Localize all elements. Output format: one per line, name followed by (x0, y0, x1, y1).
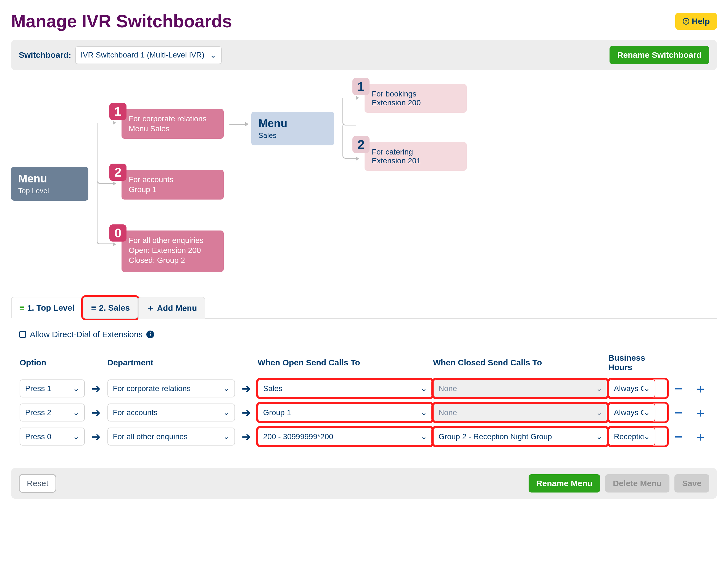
table-row: Press 1⌄➔For corporate relations⌄➔Sales⌄… (19, 379, 711, 398)
open-dest-select[interactable]: Sales⌄ (258, 379, 433, 397)
chevron-down-icon: ⌄ (643, 408, 650, 417)
menu-sales-subtitle: Sales (259, 131, 327, 140)
options-table: Option Department When Open Send Calls T… (19, 347, 711, 451)
arrow-right-icon: ➔ (242, 382, 251, 395)
option-node-0[interactable]: 0 For all other enquiries Open: Extensio… (122, 230, 224, 272)
direct-dial-checkbox[interactable] (19, 331, 26, 338)
option-2-line2: Group 1 (129, 185, 216, 194)
add-menu-label: Add Menu (157, 304, 197, 313)
option-badge-0: 0 (109, 224, 127, 242)
th-department: Department (107, 353, 236, 374)
chevron-down-icon: ⌄ (73, 408, 79, 417)
sales-badge-1: 1 (352, 78, 370, 95)
chevron-down-icon: ⌄ (223, 408, 230, 417)
th-closed: When Closed Send Calls To (433, 353, 608, 374)
rename-switchboard-button[interactable]: Rename Switchboard (609, 46, 709, 64)
chevron-down-icon: ⌄ (421, 408, 427, 417)
remove-row-button[interactable]: − (675, 429, 683, 444)
option-0-line1: For all other enquiries (129, 236, 216, 245)
chevron-down-icon: ⌄ (73, 384, 79, 393)
add-menu-button[interactable]: ＋ Add Menu (138, 297, 205, 319)
chevron-down-icon: ⌄ (596, 384, 602, 393)
chevron-down-icon: ⌄ (223, 432, 230, 441)
sales-option-2[interactable]: 2 For catering Extension 201 (365, 142, 467, 171)
chevron-down-icon: ⌄ (421, 384, 427, 393)
open-dest-select[interactable]: Group 1⌄ (258, 404, 433, 422)
add-row-button[interactable]: ＋ (694, 406, 707, 419)
sales-opt1-line2: Extension 200 (372, 98, 460, 107)
table-row: Press 0⌄➔For all other enquiries⌄➔200 - … (19, 427, 711, 446)
chevron-down-icon: ⌄ (596, 408, 602, 417)
department-select[interactable]: For all other enquiries⌄ (108, 428, 235, 446)
switchboard-select[interactable]: IVR Switchboard 1 (Multi-Level IVR) ⌄ (75, 46, 222, 64)
menu-root-title: Menu (18, 173, 81, 185)
svg-text:?: ? (685, 19, 687, 23)
chevron-down-icon: ⌄ (223, 384, 230, 393)
chevron-down-icon: ⌄ (73, 432, 79, 441)
tab-sales[interactable]: ≡ 2. Sales (83, 297, 138, 319)
switchboard-bar: Switchboard: IVR Switchboard 1 (Multi-Le… (11, 40, 717, 70)
chevron-down-icon: ⌄ (643, 384, 650, 393)
chevron-down-icon: ⌄ (643, 432, 650, 441)
table-row: Press 2⌄➔For accounts⌄➔Group 1⌄None⌄Alwa… (19, 403, 711, 422)
menu-root-node[interactable]: Menu Top Level (11, 167, 89, 201)
arrow-right-icon: ➔ (242, 431, 251, 443)
sales-opt2-line2: Extension 201 (372, 156, 460, 165)
help-button[interactable]: ? Help (675, 13, 717, 30)
option-2-line1: For accounts (129, 175, 216, 184)
rename-menu-button[interactable]: Rename Menu (529, 474, 600, 492)
option-node-1[interactable]: 1 For corporate relations Menu Sales (122, 109, 224, 139)
switchboard-selected: IVR Switchboard 1 (Multi-Level IVR) (81, 50, 204, 60)
arrow-right-icon: ➔ (92, 431, 101, 443)
tab-sales-label: 2. Sales (99, 303, 130, 313)
closed-dest-select[interactable]: None⌄ (433, 404, 608, 422)
sales-option-1[interactable]: 1 For bookings Extension 200 (365, 84, 467, 113)
tabs: ≡ 1. Top Level ≡ 2. Sales ＋ Add Menu (11, 297, 717, 319)
closed-dest-select[interactable]: None⌄ (433, 379, 608, 397)
page-title: Manage IVR Switchboards (11, 11, 232, 31)
help-icon: ? (683, 18, 690, 25)
department-select[interactable]: For accounts⌄ (108, 404, 235, 422)
chevron-down-icon: ⌄ (210, 50, 216, 60)
closed-dest-select[interactable]: Group 2 - Reception Night Group⌄ (433, 428, 608, 446)
arrow-right-icon: ➔ (92, 407, 101, 419)
open-dest-select[interactable]: 200 - 30999999*200⌄ (258, 428, 433, 446)
info-icon[interactable]: i (146, 331, 154, 338)
tab-top-level-label: 1. Top Level (27, 303, 75, 313)
arrow-right-icon: ➔ (92, 382, 101, 395)
menu-icon: ≡ (19, 303, 25, 313)
switchboard-label: Switchboard: (19, 50, 71, 60)
remove-row-button[interactable]: − (675, 381, 683, 396)
save-button: Save (675, 474, 709, 492)
sales-opt2-line1: For catering (372, 147, 460, 156)
option-1-line1: For corporate relations (129, 114, 216, 123)
delete-menu-button: Delete Menu (605, 474, 670, 492)
option-0-line3: Closed: Group 2 (129, 256, 216, 265)
menu-sales-title: Menu (259, 117, 327, 130)
option-badge-1: 1 (109, 103, 127, 120)
remove-row-button[interactable]: − (675, 405, 683, 420)
help-label: Help (692, 17, 710, 26)
add-row-button[interactable]: ＋ (694, 430, 707, 443)
menu-root-subtitle: Top Level (18, 187, 81, 195)
option-badge-2: 2 (109, 163, 127, 181)
option-node-2[interactable]: 2 For accounts Group 1 (122, 170, 224, 200)
footer-bar: Reset Rename Menu Delete Menu Save (11, 468, 717, 499)
add-row-button[interactable]: ＋ (694, 382, 707, 395)
sales-badge-2: 2 (352, 136, 370, 153)
tab-panel: Allow Direct-Dial of Extensions i Option… (11, 319, 717, 457)
hours-select[interactable]: Always Op⌄ (608, 404, 656, 422)
th-open: When Open Send Calls To (257, 353, 433, 374)
th-hours: Business Hours (608, 353, 668, 374)
option-select[interactable]: Press 0⌄ (20, 428, 85, 446)
reset-button[interactable]: Reset (19, 474, 56, 493)
option-select[interactable]: Press 2⌄ (20, 404, 85, 422)
ivr-diagram: Menu Top Level 1 For corporate relations… (11, 81, 717, 291)
hours-select[interactable]: Always Op⌄ (608, 379, 656, 397)
hours-select[interactable]: Reception⌄ (608, 428, 656, 446)
option-select[interactable]: Press 1⌄ (20, 379, 85, 397)
arrow-right-icon: ➔ (242, 407, 251, 419)
department-select[interactable]: For corporate relations⌄ (108, 379, 235, 397)
tab-top-level[interactable]: ≡ 1. Top Level (11, 297, 83, 319)
menu-sales-node[interactable]: Menu Sales (251, 112, 334, 145)
